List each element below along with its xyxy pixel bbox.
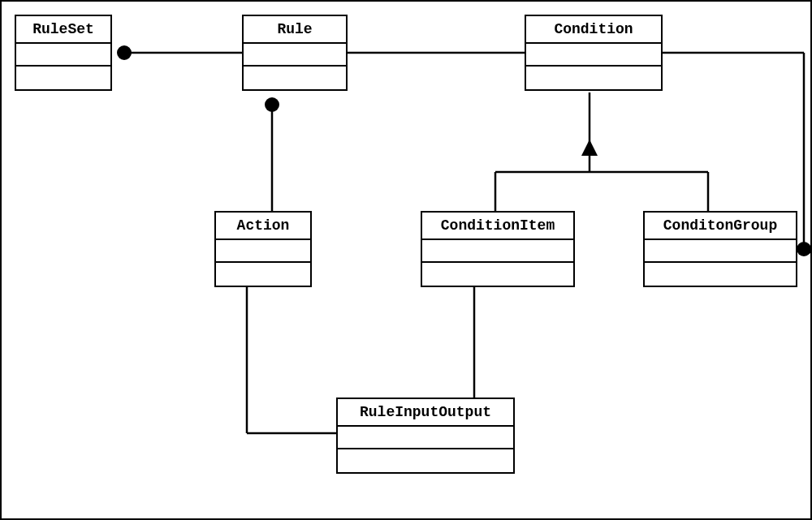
composition-diamond-icon [797,242,811,256]
uml-class-conditiongroup: ConditonGroup [643,211,797,287]
uml-class-ruleset: RuleSet [15,15,112,91]
class-operations [16,67,110,89]
class-attributes [526,44,661,67]
composition-diamond-icon [265,97,279,112]
class-title: Condition [526,16,661,44]
class-attributes [244,44,346,67]
class-attributes [338,427,513,449]
uml-class-conditionitem: ConditionItem [421,211,575,287]
class-title: Action [216,213,310,240]
uml-class-ruleinputoutput: RuleInputOutput [336,398,515,474]
class-operations [422,263,573,286]
class-title: ConditionItem [422,213,573,240]
class-title: RuleSet [16,16,110,44]
class-operations [338,449,513,472]
class-title: ConditonGroup [645,213,796,240]
class-attributes [422,240,573,263]
class-attributes [16,44,110,67]
class-attributes [216,240,310,263]
class-title: Rule [244,16,346,44]
class-operations [645,263,796,286]
class-title: RuleInputOutput [338,399,513,427]
class-attributes [645,240,796,263]
class-operations [244,67,346,89]
class-operations [216,263,310,286]
uml-class-action: Action [214,211,312,287]
generalization-arrow-icon [581,140,598,156]
composition-diamond-icon [117,45,132,60]
uml-class-rule: Rule [242,15,348,91]
uml-class-condition: Condition [525,15,663,91]
class-operations [526,67,661,89]
